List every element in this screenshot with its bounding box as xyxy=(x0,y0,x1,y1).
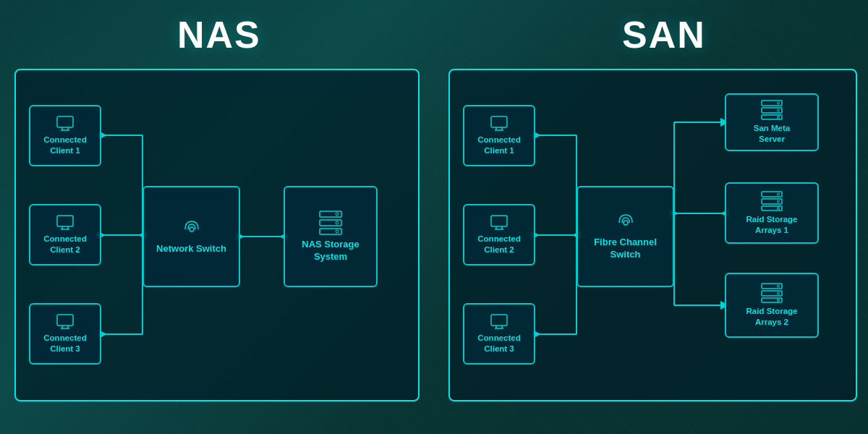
wireless-icon xyxy=(615,212,637,234)
nas-client2: ConnectedClient 2 xyxy=(29,204,101,265)
svg-rect-20 xyxy=(57,315,73,326)
svg-point-74 xyxy=(778,299,780,302)
svg-point-70 xyxy=(778,285,780,287)
svg-rect-12 xyxy=(57,116,73,127)
svg-point-60 xyxy=(778,109,780,111)
svg-rect-71 xyxy=(762,291,782,296)
san-title: SAN xyxy=(622,13,706,56)
svg-point-66 xyxy=(778,200,780,203)
raid-icon xyxy=(761,191,783,211)
svg-point-64 xyxy=(778,193,780,195)
svg-rect-59 xyxy=(762,108,782,113)
monitor-icon xyxy=(490,314,508,330)
server-icon xyxy=(761,100,783,120)
svg-rect-52 xyxy=(491,315,507,326)
nas-title: NAS xyxy=(177,13,261,56)
svg-rect-57 xyxy=(762,101,782,106)
svg-rect-16 xyxy=(57,216,73,226)
san-switch: Fibre ChannelSwitch xyxy=(576,186,674,287)
svg-point-62 xyxy=(778,116,780,119)
svg-point-28 xyxy=(336,221,339,224)
san-client1: ConnectedClient 1 xyxy=(463,105,535,166)
san-client3: ConnectedClient 3 xyxy=(463,303,535,365)
nas-storage: NAS StorageSystem xyxy=(284,186,378,287)
svg-point-68 xyxy=(778,207,780,209)
monitor-icon xyxy=(56,314,74,330)
nas-client3: ConnectedClient 3 xyxy=(29,303,101,365)
storage-icon xyxy=(318,210,343,236)
san-diagram-box: ConnectedClient 1 ConnectedClient 2 Conn… xyxy=(448,69,857,401)
svg-point-26 xyxy=(336,213,339,216)
san-raid1: Raid StorageArrays 1 xyxy=(725,182,819,244)
svg-rect-69 xyxy=(762,284,782,289)
wireless-icon xyxy=(181,218,203,240)
raid2-icon xyxy=(761,283,783,303)
svg-point-58 xyxy=(778,102,780,104)
svg-rect-48 xyxy=(491,216,507,226)
svg-point-24 xyxy=(190,227,194,231)
san-raid2: Raid StorageArrays 2 xyxy=(725,273,819,338)
monitor-icon xyxy=(56,215,74,231)
svg-point-56 xyxy=(624,221,628,225)
monitor-icon xyxy=(56,116,74,132)
svg-rect-63 xyxy=(762,192,782,197)
svg-rect-67 xyxy=(762,206,782,210)
svg-point-72 xyxy=(778,292,780,294)
main-container: NAS SAN xyxy=(0,0,868,434)
monitor-icon xyxy=(490,215,508,231)
nas-client1: ConnectedClient 1 xyxy=(29,105,101,166)
svg-rect-44 xyxy=(491,116,507,127)
svg-rect-65 xyxy=(762,199,782,204)
svg-rect-73 xyxy=(762,298,782,302)
san-server: San MetaServer xyxy=(725,93,819,151)
san-client2: ConnectedClient 2 xyxy=(463,204,535,265)
svg-point-30 xyxy=(336,230,339,233)
nas-switch: Network Switch xyxy=(142,186,240,287)
svg-rect-61 xyxy=(762,115,782,119)
monitor-icon xyxy=(490,116,508,132)
nas-diagram-box: ConnectedClient 1 ConnectedClient 2 Conn… xyxy=(14,69,420,401)
